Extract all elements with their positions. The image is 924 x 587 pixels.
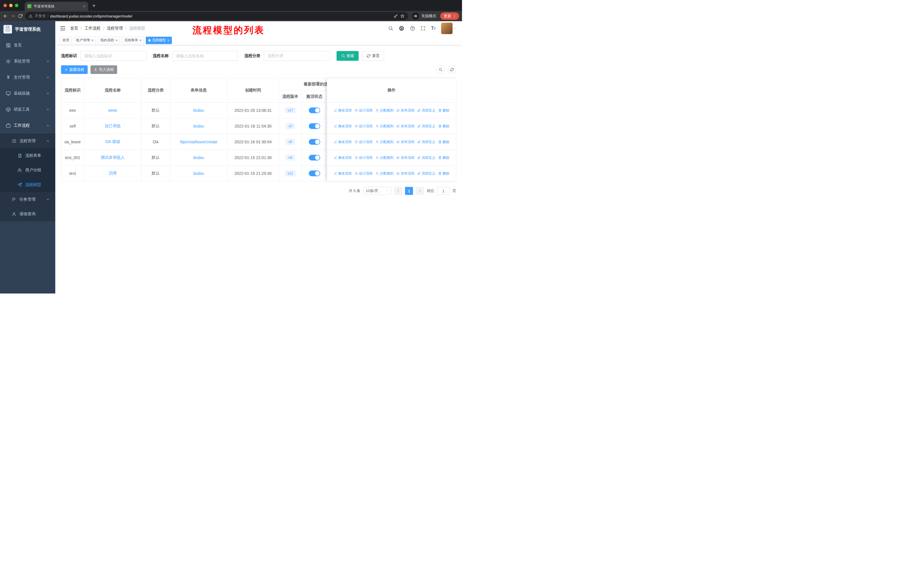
active-toggle[interactable] xyxy=(309,107,320,113)
active-toggle[interactable] xyxy=(309,139,320,145)
sidebar-item-devtools[interactable]: 研发工具 xyxy=(0,101,55,117)
github-icon[interactable] xyxy=(399,25,404,31)
next-page-button[interactable] xyxy=(416,187,424,195)
new-tab-button[interactable]: + xyxy=(92,3,96,9)
breadcrumb-home[interactable]: 首页 xyxy=(70,26,78,31)
sidebar-item-system[interactable]: 系统管理 xyxy=(0,53,55,69)
design-process-link[interactable]: 设计流程 xyxy=(355,155,373,160)
delete-process-link[interactable]: 删除 xyxy=(438,108,449,113)
create-process-button[interactable]: 新建流程 xyxy=(61,65,87,74)
edit-process-link[interactable]: 修改流程 xyxy=(334,140,352,144)
tag-process-model[interactable]: 流程模型 × xyxy=(146,37,172,44)
edit-process-link[interactable]: 修改流程 xyxy=(334,124,352,129)
edit-process-link[interactable]: 修改流程 xyxy=(334,171,352,176)
sidebar-item-infra[interactable]: 基础设施 xyxy=(0,85,55,101)
design-process-link[interactable]: 设计流程 xyxy=(355,171,373,176)
key-icon[interactable] xyxy=(394,14,398,18)
close-icon[interactable]: × xyxy=(167,38,169,42)
sidebar-item-home[interactable]: 首页 xyxy=(0,37,55,53)
bookmark-star-icon[interactable] xyxy=(400,14,405,18)
form-info-link[interactable]: biubiu xyxy=(193,108,204,112)
search-button[interactable]: 搜索 xyxy=(337,51,359,61)
sidebar-item-task-mgmt[interactable]: 任务管理 xyxy=(0,192,55,207)
search-icon[interactable] xyxy=(388,26,393,31)
reload-icon[interactable] xyxy=(18,13,23,19)
version-badge[interactable]: v5 xyxy=(286,139,295,145)
close-icon[interactable]: × xyxy=(116,38,117,42)
process-definition-link[interactable]: 流程定义 xyxy=(417,171,436,176)
font-size-icon[interactable]: TT xyxy=(431,26,436,31)
delete-process-link[interactable]: 删除 xyxy=(438,155,449,160)
tag-process-form[interactable]: 流程表单 × xyxy=(122,37,144,44)
active-toggle[interactable] xyxy=(309,170,320,176)
version-badge[interactable]: v4 xyxy=(286,155,295,160)
sidebar-item-process-form[interactable]: 流程表单 xyxy=(0,148,55,163)
tag-home[interactable]: 首页 xyxy=(60,37,72,44)
assign-rule-link[interactable]: 分配规则 xyxy=(376,171,394,176)
zoom-window-button[interactable] xyxy=(15,4,18,7)
sidebar-item-workflow[interactable]: 工作流程 xyxy=(0,117,55,134)
assign-rule-link[interactable]: 分配规则 xyxy=(376,124,394,129)
breadcrumb-workflow[interactable]: 工作流程 xyxy=(84,26,101,31)
close-window-button[interactable] xyxy=(3,4,7,7)
browser-tab[interactable]: 芋道管理系统 × xyxy=(25,2,88,11)
edit-process-link[interactable]: 修改流程 xyxy=(334,155,352,160)
user-avatar-menu[interactable] xyxy=(441,23,457,34)
process-category-select[interactable]: 流程分类 xyxy=(264,51,330,61)
process-definition-link[interactable]: 流程定义 xyxy=(417,140,436,144)
publish-process-link[interactable]: 发布流程 xyxy=(396,171,414,176)
publish-process-link[interactable]: 发布流程 xyxy=(396,155,414,160)
sidebar-item-leave-query[interactable]: 请假查询 xyxy=(0,207,55,221)
reset-button[interactable]: 重置 xyxy=(362,51,384,61)
help-icon[interactable] xyxy=(410,26,415,31)
close-icon[interactable]: × xyxy=(140,38,142,42)
design-process-link[interactable]: 设计流程 xyxy=(355,124,373,129)
tag-my-process[interactable]: 我的流程 × xyxy=(98,37,120,44)
form-info-link[interactable]: biubiu xyxy=(193,155,204,160)
process-name-link[interactable]: 测试多审批人 xyxy=(101,155,125,160)
publish-process-link[interactable]: 发布流程 xyxy=(396,124,414,129)
sidebar-item-process-model[interactable]: 流程模型 xyxy=(0,177,55,192)
sidebar-item-user-group[interactable]: 用户分组 xyxy=(0,163,55,177)
version-badge[interactable]: v17 xyxy=(285,107,295,113)
assign-rule-link[interactable]: 分配规则 xyxy=(376,155,394,160)
active-toggle[interactable] xyxy=(309,123,320,129)
publish-process-link[interactable]: 发布流程 xyxy=(396,140,414,144)
sidebar-fold-button[interactable] xyxy=(55,25,70,31)
design-process-link[interactable]: 设计流程 xyxy=(355,140,373,144)
form-info-link[interactable]: biubiu xyxy=(193,171,204,176)
breadcrumb-process-mgmt[interactable]: 流程管理 xyxy=(107,26,123,31)
process-id-input[interactable] xyxy=(81,51,146,61)
process-name-link[interactable]: eeee xyxy=(108,108,117,112)
tag-tenant[interactable]: 租户管理 × xyxy=(74,37,96,44)
address-bar[interactable]: 不安全 dashboard.yudao.iocoder.cn/bpm/manag… xyxy=(25,12,408,20)
version-badge[interactable]: v2 xyxy=(286,123,295,129)
process-definition-link[interactable]: 流程定义 xyxy=(417,124,436,129)
assign-rule-link[interactable]: 分配规则 xyxy=(376,108,394,113)
page-size-select[interactable]: 10条/页 xyxy=(363,187,391,195)
close-icon[interactable]: × xyxy=(91,38,93,42)
delete-process-link[interactable]: 删除 xyxy=(438,124,449,129)
process-definition-link[interactable]: 流程定义 xyxy=(417,155,436,160)
browser-update-button[interactable]: 更新 xyxy=(440,12,459,20)
sidebar-item-payment[interactable]: ¥ 支付管理 xyxy=(0,69,55,85)
delete-process-link[interactable]: 删除 xyxy=(438,171,449,176)
process-name-link[interactable]: OA 请假 xyxy=(106,139,120,144)
delete-process-link[interactable]: 删除 xyxy=(438,140,449,144)
tab-close-icon[interactable]: × xyxy=(83,4,85,8)
fullscreen-icon[interactable] xyxy=(421,26,426,31)
goto-page-input[interactable] xyxy=(437,187,450,195)
active-toggle[interactable] xyxy=(309,155,320,160)
refresh-table-button[interactable] xyxy=(448,65,456,74)
sidebar-item-process-mgmt[interactable]: 流程管理 xyxy=(0,134,55,148)
version-badge[interactable]: v21 xyxy=(285,170,295,176)
process-name-input[interactable] xyxy=(172,51,238,61)
edit-process-link[interactable]: 修改流程 xyxy=(334,108,352,113)
toggle-search-button[interactable] xyxy=(436,65,445,74)
process-name-link[interactable]: 滔博 xyxy=(109,171,117,176)
form-info-link[interactable]: /bpm/oa/leave/create xyxy=(180,140,218,144)
publish-process-link[interactable]: 发布流程 xyxy=(396,108,414,113)
forward-icon[interactable] xyxy=(10,13,15,19)
page-number-button[interactable]: 1 xyxy=(405,187,413,195)
back-icon[interactable] xyxy=(3,13,8,19)
